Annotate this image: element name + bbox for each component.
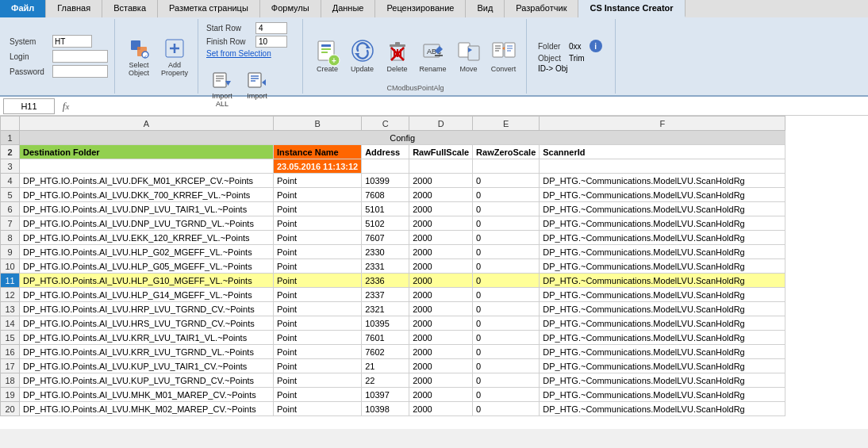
- row-4-C[interactable]: 10399: [362, 174, 409, 188]
- row-15-C[interactable]: 7601: [362, 331, 409, 345]
- tab-review[interactable]: Рецензирование: [375, 0, 466, 17]
- row-13-A[interactable]: DP_HTG.IO.Points.AI_LVU.HRP_LVU_TGRND_CV…: [20, 302, 274, 316]
- row-4-A[interactable]: DP_HTG.IO.Points.AI_LVU.DFK_M01_KRCEP_CV…: [20, 174, 274, 188]
- row-17-D[interactable]: 2000: [409, 359, 473, 373]
- row-17-A[interactable]: DP_HTG.IO.Points.AI_LVU.KUP_LVU_TAIR1_CV…: [20, 359, 274, 373]
- row-14-C[interactable]: 10395: [362, 316, 409, 331]
- row-14-D[interactable]: 2000: [409, 316, 473, 331]
- row-15-E[interactable]: 0: [473, 331, 540, 345]
- row-18-D[interactable]: 2000: [409, 373, 473, 388]
- tab-file[interactable]: Файл: [0, 0, 46, 17]
- row-18-F[interactable]: DP_HTG.~Communications.ModelLVU.ScanHold…: [540, 373, 785, 388]
- update-button[interactable]: Update: [347, 37, 378, 75]
- row-9-F[interactable]: DP_HTG.~Communications.ModelLVU.ScanHold…: [540, 245, 785, 259]
- select-object-button[interactable]: ✓ SelectObject: [123, 33, 155, 79]
- row-19-D[interactable]: 2000: [409, 388, 473, 402]
- row-9-E[interactable]: 0: [473, 245, 540, 259]
- row-20-F[interactable]: DP_HTG.~Communications.ModelLVU.ScanHold…: [540, 402, 785, 416]
- row-12-E[interactable]: 0: [473, 288, 540, 302]
- row-7-D[interactable]: 2000: [409, 216, 473, 231]
- row-17-C[interactable]: 21: [362, 359, 409, 373]
- row-10-B[interactable]: Point: [274, 259, 362, 274]
- row-6-D[interactable]: 2000: [409, 202, 473, 216]
- row-9-A[interactable]: DP_HTG.IO.Points.AI_LVU.HLP_G02_MGEFF_VL…: [20, 245, 274, 259]
- formula-fx-button[interactable]: fx: [58, 98, 74, 114]
- row-16-F[interactable]: DP_HTG.~Communications.ModelLVU.ScanHold…: [540, 345, 785, 359]
- row-5-F[interactable]: DP_HTG.~Communications.ModelLVU.ScanHold…: [540, 188, 785, 202]
- tab-view[interactable]: Вид: [466, 0, 505, 17]
- row-12-F[interactable]: DP_HTG.~Communications.ModelLVU.ScanHold…: [540, 288, 785, 302]
- row-4-B[interactable]: Point: [274, 174, 362, 188]
- formula-input[interactable]: [77, 100, 865, 113]
- row-18-B[interactable]: Point: [274, 373, 362, 388]
- convert-button[interactable]: Convert: [488, 37, 520, 75]
- row-7-F[interactable]: DP_HTG.~Communications.ModelLVU.ScanHold…: [540, 216, 785, 231]
- row-6-F[interactable]: DP_HTG.~Communications.ModelLVU.ScanHold…: [540, 202, 785, 216]
- row-19-C[interactable]: 10397: [362, 388, 409, 402]
- row-14-A[interactable]: DP_HTG.IO.Points.AI_LVU.HRS_LVU_TGRND_CV…: [20, 316, 274, 331]
- row-5-A[interactable]: DP_HTG.IO.Points.AI_LVU.DKK_700_KRREF_VL…: [20, 188, 274, 202]
- row-18-A[interactable]: DP_HTG.IO.Points.AI_LVU.KUP_LVU_TGRND_CV…: [20, 373, 274, 388]
- row-6-E[interactable]: 0: [473, 202, 540, 216]
- password-input[interactable]: [52, 65, 108, 78]
- row-20-C[interactable]: 10398: [362, 402, 409, 416]
- row-13-C[interactable]: 2321: [362, 302, 409, 316]
- col-header-B[interactable]: B: [274, 117, 362, 131]
- row-10-F[interactable]: DP_HTG.~Communications.ModelLVU.ScanHold…: [540, 259, 785, 274]
- row-14-F[interactable]: DP_HTG.~Communications.ModelLVU.ScanHold…: [540, 316, 785, 331]
- col-header-F[interactable]: F: [540, 117, 785, 131]
- move-button[interactable]: Move: [453, 37, 485, 75]
- row-11-F[interactable]: DP_HTG.~Communications.ModelLVU.ScanHold…: [540, 274, 785, 288]
- row-8-E[interactable]: 0: [473, 231, 540, 245]
- row-12-A[interactable]: DP_HTG.IO.Points.AI_LVU.HLP_G14_MGEFF_VL…: [20, 288, 274, 302]
- row-14-E[interactable]: 0: [473, 316, 540, 331]
- row-4-E[interactable]: 0: [473, 174, 540, 188]
- row-15-F[interactable]: DP_HTG.~Communications.ModelLVU.ScanHold…: [540, 331, 785, 345]
- col-header-D[interactable]: D: [409, 117, 473, 131]
- row-19-F[interactable]: DP_HTG.~Communications.ModelLVU.ScanHold…: [540, 388, 785, 402]
- start-row-input[interactable]: [255, 22, 287, 34]
- row-5-D[interactable]: 2000: [409, 188, 473, 202]
- row-7-A[interactable]: DP_HTG.IO.Points.AI_LVU.DNP_LVU_TGRND_VL…: [20, 216, 274, 231]
- row-9-D[interactable]: 2000: [409, 245, 473, 259]
- row-17-E[interactable]: 0: [473, 359, 540, 373]
- create-button[interactable]: + Create: [312, 37, 344, 75]
- row-11-E[interactable]: 0: [473, 274, 540, 288]
- row-10-D[interactable]: 2000: [409, 259, 473, 274]
- row-19-B[interactable]: Point: [274, 388, 362, 402]
- row-12-C[interactable]: 2337: [362, 288, 409, 302]
- row-11-B[interactable]: Point: [274, 274, 362, 288]
- row-9-C[interactable]: 2330: [362, 245, 409, 259]
- row-11-C[interactable]: 2336: [362, 274, 409, 288]
- row-13-B[interactable]: Point: [274, 302, 362, 316]
- row-14-B[interactable]: Point: [274, 316, 362, 331]
- row-19-E[interactable]: 0: [473, 388, 540, 402]
- set-from-selection-link[interactable]: Set from Selection: [206, 49, 271, 58]
- row-8-F[interactable]: DP_HTG.~Communications.ModelLVU.ScanHold…: [540, 231, 785, 245]
- tab-layout[interactable]: Разметка страницы: [158, 0, 260, 17]
- import-button[interactable]: Import: [241, 64, 273, 110]
- tab-insert[interactable]: Вставка: [102, 0, 158, 17]
- row-7-C[interactable]: 5102: [362, 216, 409, 231]
- row-18-C[interactable]: 22: [362, 373, 409, 388]
- row-15-A[interactable]: DP_HTG.IO.Points.AI_LVU.KRR_LVU_TAIR1_VL…: [20, 331, 274, 345]
- rename-button[interactable]: ABC Rename: [417, 37, 450, 75]
- tab-data[interactable]: Данные: [321, 0, 376, 17]
- row-5-E[interactable]: 0: [473, 188, 540, 202]
- tab-cs-instance-creator[interactable]: CS Instance Creator: [578, 0, 685, 17]
- row-15-B[interactable]: Point: [274, 331, 362, 345]
- import-all-button[interactable]: ImportALL: [206, 64, 238, 110]
- row-7-E[interactable]: 0: [473, 216, 540, 231]
- row-16-D[interactable]: 2000: [409, 345, 473, 359]
- row-11-A[interactable]: DP_HTG.IO.Points.AI_LVU.HLP_G10_MGEFF_VL…: [20, 274, 274, 288]
- row-6-A[interactable]: DP_HTG.IO.Points.AI_LVU.DNP_LVU_TAIR1_VL…: [20, 202, 274, 216]
- row-8-C[interactable]: 7607: [362, 231, 409, 245]
- row-20-A[interactable]: DP_HTG.IO.Points.AI_LVU.MHK_M02_MAREP_CV…: [20, 402, 274, 416]
- delete-button[interactable]: Delete: [382, 37, 413, 75]
- row-20-D[interactable]: 2000: [409, 402, 473, 416]
- col-header-C[interactable]: C: [362, 117, 409, 131]
- row-10-E[interactable]: 0: [473, 259, 540, 274]
- row-9-B[interactable]: Point: [274, 245, 362, 259]
- col-header-E[interactable]: E: [473, 117, 540, 131]
- tab-developer[interactable]: Разработчик: [505, 0, 578, 17]
